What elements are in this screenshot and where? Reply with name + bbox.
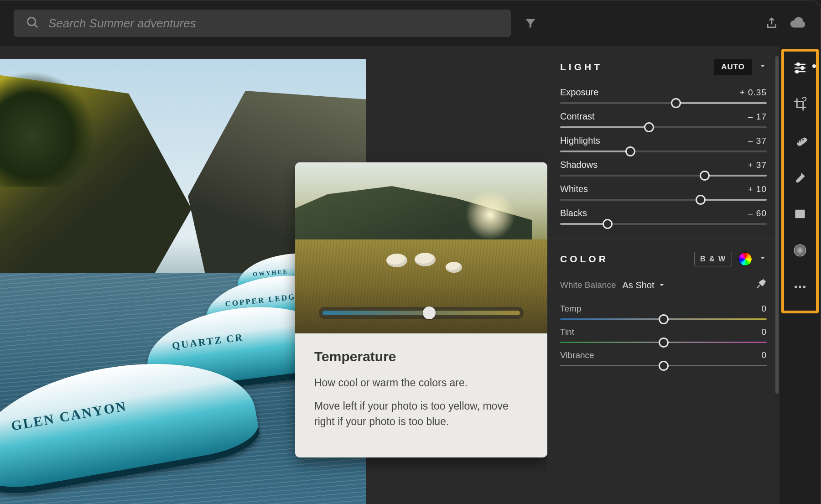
auto-button[interactable]: AUTO [714, 59, 752, 75]
color-mixer-icon[interactable] [738, 252, 752, 266]
svg-point-7 [795, 70, 798, 73]
svg-point-9 [797, 141, 799, 143]
slider-name: Temp [560, 304, 581, 314]
slider-row-vibrance: Vibrance 0 [560, 350, 767, 366]
slider-name: Contrast [560, 111, 595, 122]
help-tooltip-card: Temperature How cool or warm the colors … [295, 162, 547, 457]
svg-point-17 [803, 286, 805, 288]
slider-track[interactable] [560, 151, 767, 152]
slider-track[interactable] [560, 342, 767, 343]
tooltip-title: Temperature [314, 349, 528, 364]
white-balance-row: White Balance As Shot [560, 278, 767, 292]
radial-gradient-icon[interactable] [791, 241, 809, 260]
brush-icon[interactable] [791, 168, 809, 187]
svg-rect-12 [795, 210, 805, 218]
slider-name: Tint [560, 327, 574, 337]
slider-track[interactable] [560, 175, 767, 177]
search-field-wrap[interactable] [14, 10, 511, 37]
image-canvas[interactable]: OWYHEE COPPER LEDGE F QUARTZ CR GLEN CAN… [0, 46, 547, 504]
svg-point-16 [799, 286, 801, 288]
boat-label: GLEN CANYON [10, 398, 128, 434]
slider-name: Vibrance [560, 350, 594, 360]
tool-strip [779, 46, 821, 504]
edit-sliders-icon[interactable] [791, 59, 809, 77]
white-balance-label: White Balance [560, 280, 616, 290]
light-section-header[interactable]: LIGHT AUTO [560, 59, 767, 75]
svg-point-14 [795, 245, 805, 256]
light-label: LIGHT [560, 62, 707, 73]
slider-value: 0 [761, 327, 767, 337]
tooltip-text-1: How cool or warm the colors are. [314, 375, 528, 390]
svg-point-15 [795, 286, 797, 288]
tooltip-text-2: Move left if your photo is too yellow, m… [314, 399, 528, 429]
slider-thumb[interactable] [696, 195, 706, 205]
slider-row-whites: Whites + 10 [560, 184, 767, 201]
slider-name: Whites [560, 184, 588, 194]
slider-thumb[interactable] [659, 361, 669, 371]
active-tool-indicator [812, 64, 816, 68]
slider-name: Shadows [560, 160, 598, 170]
slider-row-shadows: Shadows + 37 [560, 160, 767, 177]
black-white-button[interactable]: B & W [694, 252, 732, 266]
color-label: COLOR [560, 254, 688, 265]
slider-value: + 10 [748, 184, 767, 194]
eyedropper-icon[interactable] [755, 278, 767, 292]
tooltip-preview-image [295, 162, 547, 333]
svg-line-1 [35, 25, 37, 27]
slider-thumb[interactable] [603, 219, 613, 229]
slider-thumb[interactable] [671, 98, 681, 108]
white-balance-dropdown[interactable]: As Shot [623, 280, 665, 291]
slider-value: – 37 [748, 136, 767, 146]
slider-track[interactable] [560, 199, 767, 201]
slider-row-contrast: Contrast – 17 [560, 111, 767, 128]
slider-value: – 17 [748, 112, 767, 122]
chevron-down-icon[interactable] [759, 254, 767, 264]
slider-row-temp: Temp 0 [560, 304, 767, 320]
share-icon[interactable] [763, 15, 780, 32]
panel-scrollbar[interactable] [775, 56, 779, 394]
slider-value: + 0.35 [740, 88, 767, 98]
svg-point-3 [797, 63, 800, 66]
crop-icon[interactable] [791, 95, 809, 114]
slider-thumb[interactable] [700, 171, 710, 181]
slider-track[interactable] [560, 318, 767, 320]
search-input[interactable] [48, 16, 499, 31]
slider-value: 0 [761, 350, 767, 360]
slider-thumb[interactable] [644, 122, 654, 132]
edit-panel: LIGHT AUTO Exposure + 0.35 Contrast – 17… [547, 46, 779, 504]
white-balance-value: As Shot [623, 280, 655, 291]
slider-track[interactable] [560, 102, 767, 104]
chevron-down-icon [658, 281, 665, 289]
search-icon [26, 16, 39, 31]
slider-row-exposure: Exposure + 0.35 [560, 87, 767, 104]
filter-icon[interactable] [522, 15, 539, 32]
slider-row-highlights: Highlights – 37 [560, 135, 767, 152]
slider-track[interactable] [560, 365, 767, 366]
slider-track[interactable] [560, 223, 767, 225]
tooltip-slider-thumb[interactable] [423, 307, 436, 319]
color-section-header[interactable]: COLOR B & W [560, 252, 767, 266]
more-icon[interactable] [791, 278, 809, 296]
svg-point-10 [800, 140, 801, 141]
slider-thumb[interactable] [625, 146, 635, 156]
tooltip-temp-slider[interactable] [322, 306, 520, 320]
chevron-down-icon[interactable] [759, 62, 767, 72]
slider-value: – 60 [748, 208, 767, 218]
slider-value: + 37 [748, 160, 767, 170]
slider-row-tint: Tint 0 [560, 327, 767, 343]
svg-point-0 [27, 17, 36, 26]
slider-value: 0 [761, 304, 767, 314]
boat-label: QUARTZ CR [171, 331, 244, 352]
slider-name: Highlights [560, 135, 600, 146]
top-bar [0, 0, 821, 46]
slider-track[interactable] [560, 126, 767, 128]
healing-brush-icon[interactable] [791, 132, 809, 150]
slider-thumb[interactable] [659, 338, 669, 348]
slider-thumb[interactable] [659, 314, 669, 324]
slider-row-blacks: Blacks – 60 [560, 208, 767, 225]
section-divider [547, 239, 779, 239]
svg-point-11 [802, 139, 804, 140]
svg-point-5 [801, 67, 804, 69]
linear-gradient-icon[interactable] [791, 205, 809, 223]
cloud-sync-icon[interactable] [790, 15, 807, 32]
